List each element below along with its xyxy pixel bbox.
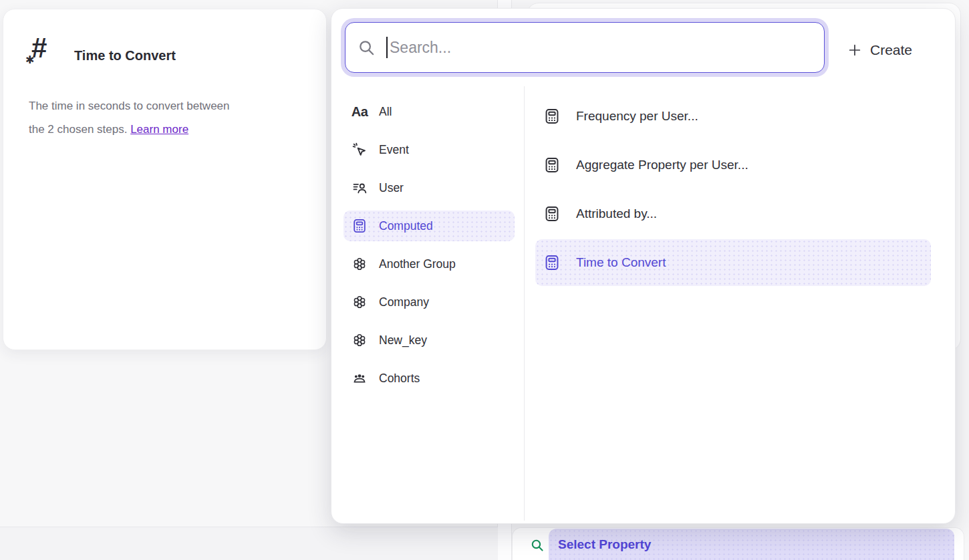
calculator-icon [543, 205, 561, 223]
learn-more-link[interactable]: Learn more [130, 123, 188, 136]
results-list: Frequency per User... Aggregate Property… [535, 93, 931, 286]
tooltip-card: # ✱ Time to Convert The time in seconds … [3, 9, 327, 350]
sidebar-item-label: User [379, 181, 404, 195]
sidebar-item-label: Company [379, 295, 429, 309]
sidebar-item-label: Cohorts [379, 372, 420, 386]
create-button[interactable]: Create [847, 35, 912, 65]
tooltip-description: The time in seconds to convert between t… [29, 94, 301, 141]
calculator-icon [543, 108, 561, 125]
text-format-icon: Aa [352, 104, 368, 120]
sidebar-item-cohorts[interactable]: Cohorts [343, 363, 515, 394]
property-picker-popup: Create Aa All Event [331, 8, 956, 524]
search-field[interactable] [345, 22, 825, 73]
cohorts-icon [352, 370, 368, 386]
sidebar-item-user[interactable]: User [343, 172, 515, 203]
group-icon [352, 294, 368, 310]
list-item-label: Attributed by... [576, 206, 657, 221]
search-icon [358, 39, 376, 57]
computed-metric-icon: # ✱ [25, 33, 65, 76]
description-line-2: the 2 chosen steps. [29, 123, 130, 136]
property-search-icon [530, 538, 545, 553]
list-item-label: Frequency per User... [576, 109, 698, 124]
star-glyph: ✱ [25, 53, 34, 66]
tooltip-title: Time to Convert [74, 48, 176, 63]
list-item-attributed-by[interactable]: Attributed by... [535, 190, 931, 237]
screen: Select Property # ✱ Time to Convert The … [0, 0, 969, 560]
select-property-label: Select Property [558, 537, 651, 552]
select-property-button[interactable]: Select Property [549, 529, 954, 560]
list-item-time-to-convert[interactable]: Time to Convert [535, 239, 931, 286]
list-item-frequency-per-user[interactable]: Frequency per User... [535, 93, 931, 140]
list-item-aggregate-property-per-user[interactable]: Aggregate Property per User... [535, 142, 931, 188]
category-list: Aa All Event [343, 96, 515, 394]
group-icon [352, 256, 368, 272]
user-list-icon [352, 180, 368, 196]
calculator-icon [543, 254, 561, 271]
sidebar-item-another-group[interactable]: Another Group [343, 249, 515, 279]
calculator-icon [352, 218, 368, 234]
group-icon [352, 332, 368, 348]
background-bottom-section [0, 527, 498, 560]
sidebar-item-label: All [379, 105, 392, 119]
list-item-label: Time to Convert [576, 255, 666, 270]
cursor-click-icon [352, 142, 368, 158]
sidebar-item-label: New_key [379, 333, 427, 347]
plus-icon [847, 43, 862, 57]
sidebar-item-new-key[interactable]: New_key [343, 325, 515, 356]
sidebar-item-company[interactable]: Company [343, 287, 515, 317]
column-divider [524, 86, 525, 521]
sidebar-item-event[interactable]: Event [343, 134, 515, 165]
sidebar-item-label: Event [379, 143, 409, 157]
sidebar-item-label: Computed [379, 219, 433, 233]
sidebar-item-label: Another Group [379, 257, 456, 271]
sidebar-item-all[interactable]: Aa All [343, 96, 515, 127]
list-item-label: Aggregate Property per User... [576, 158, 748, 172]
create-label: Create [870, 42, 912, 58]
description-line-1: The time in seconds to convert between [29, 100, 230, 112]
calculator-icon [543, 156, 561, 174]
search-input[interactable] [388, 39, 812, 57]
background-property-row: Select Property [512, 527, 964, 560]
search-focus-ring [341, 18, 829, 77]
sidebar-item-computed[interactable]: Computed [343, 211, 515, 241]
